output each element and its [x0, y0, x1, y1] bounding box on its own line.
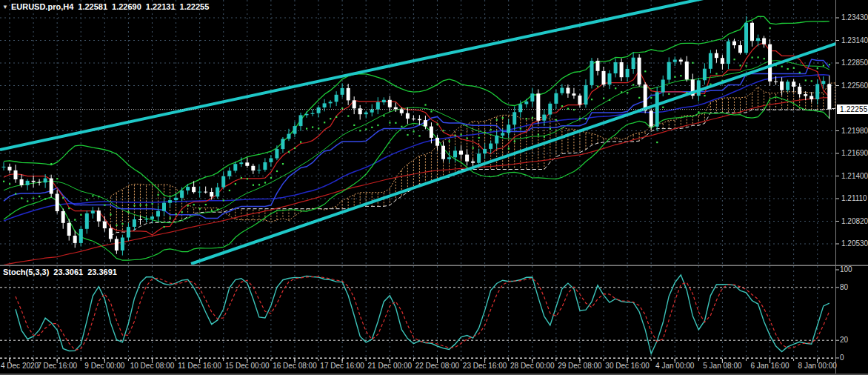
candles-layer — [2, 16, 832, 256]
candle — [394, 107, 398, 110]
candle — [697, 80, 701, 96]
candle — [709, 53, 712, 69]
candle — [156, 211, 160, 216]
candle — [97, 210, 101, 222]
candle — [192, 187, 196, 192]
candle — [798, 87, 801, 94]
candle — [210, 192, 213, 196]
candle — [513, 112, 516, 125]
candle — [382, 100, 386, 102]
ichimoku-cloud-layer — [110, 83, 841, 236]
trend-channel-layer — [0, 0, 838, 264]
candle — [560, 88, 564, 93]
candle — [542, 115, 546, 121]
candle — [608, 73, 612, 84]
candle — [103, 222, 107, 228]
candle — [412, 119, 415, 119]
candle — [293, 126, 297, 134]
green-mid-band-line — [4, 61, 829, 223]
candle — [738, 45, 742, 53]
candle — [311, 113, 315, 114]
candle — [388, 100, 392, 107]
candle — [168, 200, 172, 203]
candle — [14, 170, 18, 179]
candle — [198, 192, 201, 193]
candle — [329, 102, 333, 103]
candle — [715, 53, 718, 59]
stoch-level-label: 0 — [840, 354, 844, 362]
candle — [727, 42, 730, 64]
candle — [227, 170, 231, 176]
candle — [251, 166, 255, 170]
candle — [620, 62, 624, 77]
candle — [32, 181, 36, 182]
time-tick-label: 10 Dec 08:00 — [130, 362, 175, 370]
candle — [441, 146, 445, 159]
candle — [376, 102, 380, 110]
candle — [263, 162, 267, 170]
candle — [578, 96, 581, 104]
candle — [661, 80, 665, 93]
candle — [477, 153, 481, 163]
candle — [44, 179, 47, 183]
stoch-level-label: 20 — [840, 336, 848, 344]
candle — [756, 39, 760, 42]
candle — [703, 69, 707, 81]
candle — [435, 138, 439, 146]
price-tick-label: 1.21980 — [841, 127, 868, 135]
time-tick-label: 30 Dec 16:00 — [605, 362, 650, 370]
price-tick-label: 1.22560 — [841, 82, 868, 90]
candle — [721, 58, 724, 64]
time-tick-label: 22 Dec 08:00 — [415, 362, 460, 370]
price-tick-label: 1.21400 — [841, 172, 868, 180]
candle — [400, 109, 404, 113]
candle — [638, 58, 641, 85]
chart-canvas[interactable] — [0, 0, 868, 375]
price-tick-label: 1.23140 — [841, 36, 868, 44]
candle — [554, 93, 558, 104]
candle — [364, 113, 368, 115]
candle — [804, 94, 807, 96]
candle — [127, 227, 130, 237]
candle — [584, 85, 588, 104]
price-tick-label: 1.21110 — [841, 194, 867, 202]
stoch-d-value: 23.3691 — [87, 268, 117, 276]
candle — [762, 39, 766, 44]
candle — [174, 198, 178, 200]
candle — [602, 71, 606, 84]
price-tick-label: 1.22850 — [841, 59, 868, 67]
candle — [8, 167, 12, 170]
price-tick-label: 1.23430 — [841, 13, 868, 21]
candle — [780, 82, 784, 90]
candle — [507, 125, 510, 133]
candle — [465, 155, 469, 162]
time-tick-label: 15 Dec 00:00 — [225, 362, 270, 370]
candle — [109, 228, 113, 239]
candle — [50, 179, 53, 194]
lower-channel[interactable] — [191, 43, 838, 264]
candle — [56, 194, 59, 212]
candle — [317, 107, 321, 113]
candle — [67, 223, 71, 236]
price-tick-label: 1.20820 — [841, 217, 868, 225]
time-tick-label: 8 Jan 00:00 — [798, 362, 837, 370]
candle — [239, 162, 243, 164]
candle — [257, 170, 261, 170]
candle — [732, 42, 736, 45]
candle — [162, 203, 166, 211]
candle — [79, 229, 83, 243]
candle — [26, 181, 30, 185]
time-tick-label: 4 Dec 2020 — [1, 362, 39, 370]
candle — [269, 159, 273, 162]
time-tick-label: 29 Dec 08:00 — [558, 362, 602, 370]
stoch-level-label: 100 — [840, 265, 852, 273]
candle — [524, 102, 528, 104]
candle — [138, 219, 142, 220]
candle — [370, 110, 374, 113]
candle — [809, 96, 813, 99]
candle — [792, 82, 795, 87]
candle — [530, 93, 534, 102]
time-tick-label: 6 Jan 16:00 — [750, 362, 789, 370]
candle — [341, 88, 344, 95]
candle — [596, 61, 600, 71]
